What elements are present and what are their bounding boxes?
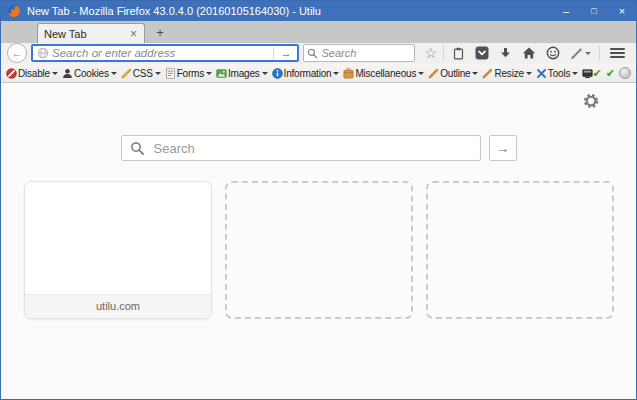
go-arrow-icon[interactable]: → bbox=[276, 47, 295, 59]
search-icon bbox=[130, 141, 145, 156]
tab-close-icon[interactable]: × bbox=[129, 28, 138, 40]
page-search-box[interactable] bbox=[121, 135, 481, 161]
empty-tile[interactable] bbox=[225, 181, 413, 319]
bookmarks-clipboard-icon[interactable] bbox=[447, 47, 470, 60]
divider bbox=[599, 46, 600, 60]
webdev-menu-css[interactable]: CSS bbox=[119, 68, 163, 79]
webdev-menu-cookies[interactable]: Cookies bbox=[60, 68, 119, 79]
download-icon[interactable] bbox=[494, 47, 517, 60]
information-icon bbox=[272, 68, 283, 79]
chevron-down-icon bbox=[262, 72, 268, 75]
tab-new-tab[interactable]: New Tab × bbox=[37, 23, 145, 43]
chevron-down-icon bbox=[333, 72, 339, 75]
page-search-input[interactable] bbox=[152, 140, 472, 157]
chevron-down-icon bbox=[572, 72, 578, 75]
menu-button[interactable] bbox=[603, 48, 632, 58]
back-button[interactable]: ← bbox=[7, 43, 27, 63]
images-icon bbox=[216, 68, 227, 79]
html-valid-check-icon[interactable]: ✔ bbox=[606, 68, 615, 79]
top-site-tile-utilu[interactable]: utilu.com bbox=[24, 181, 212, 319]
back-arrow-icon: ← bbox=[12, 48, 23, 59]
webdev-brush-icon[interactable] bbox=[565, 47, 596, 60]
hello-smiley-icon[interactable] bbox=[541, 46, 565, 60]
firefox-icon bbox=[7, 4, 21, 18]
webdev-menu-forms[interactable]: Forms bbox=[163, 68, 214, 79]
webdev-menu-items: Disable Cookies CSS bbox=[4, 68, 593, 79]
window-title: New Tab - Mozilla Firefox 43.0.4.0 (2016… bbox=[27, 5, 552, 17]
tab-label: New Tab bbox=[44, 28, 129, 40]
webdev-menu-miscellaneous[interactable]: Miscellaneous bbox=[341, 68, 426, 79]
chevron-down-icon bbox=[111, 72, 117, 75]
css-valid-check-icon[interactable]: ✔ bbox=[593, 68, 602, 79]
window-controls: – □ × bbox=[552, 1, 636, 21]
forms-icon bbox=[165, 68, 176, 79]
search-input[interactable] bbox=[321, 47, 411, 59]
tile-caption: utilu.com bbox=[25, 294, 211, 318]
browser-window: New Tab - Mozilla Firefox 43.0.4.0 (2016… bbox=[0, 0, 637, 400]
disable-icon bbox=[6, 68, 17, 79]
bookmark-star-icon[interactable]: ☆ bbox=[421, 46, 440, 60]
resize-icon bbox=[482, 68, 493, 79]
divider bbox=[443, 46, 444, 60]
webdev-status: ✔ ✔ bbox=[593, 67, 633, 79]
settings-gear-icon[interactable] bbox=[582, 92, 600, 110]
page-search-row: → bbox=[1, 135, 636, 161]
webdev-menu-view-source[interactable]: View Source bbox=[580, 68, 592, 79]
webdev-menu-information[interactable]: Information bbox=[270, 68, 342, 79]
home-icon[interactable] bbox=[517, 46, 541, 60]
search-icon bbox=[307, 48, 318, 59]
outline-icon bbox=[428, 68, 439, 79]
search-bar[interactable] bbox=[303, 44, 415, 62]
chevron-down-icon bbox=[585, 52, 591, 55]
tools-icon bbox=[536, 68, 547, 79]
minimize-button[interactable]: – bbox=[552, 1, 580, 21]
address-input[interactable] bbox=[52, 47, 271, 59]
webdev-menu-images[interactable]: Images bbox=[214, 68, 270, 79]
divider bbox=[273, 47, 274, 59]
address-bar[interactable]: → bbox=[31, 44, 299, 62]
tab-bar: New Tab × + bbox=[1, 21, 636, 43]
webdev-toolbar: Disable Cookies CSS bbox=[1, 64, 636, 83]
navigation-toolbar: ← → ☆ bbox=[1, 43, 636, 64]
webdev-menu-tools[interactable]: Tools bbox=[534, 68, 580, 79]
pocket-icon[interactable] bbox=[470, 46, 494, 60]
chevron-down-icon bbox=[472, 72, 478, 75]
empty-tile[interactable] bbox=[426, 181, 614, 319]
globe-icon bbox=[37, 47, 49, 59]
miscellaneous-icon bbox=[343, 68, 354, 79]
chevron-down-icon bbox=[52, 72, 58, 75]
chevron-down-icon bbox=[206, 72, 212, 75]
new-tab-page: → utilu.com bbox=[1, 83, 636, 399]
chevron-down-icon bbox=[155, 72, 161, 75]
close-button[interactable]: × bbox=[608, 1, 636, 21]
title-bar: New Tab - Mozilla Firefox 43.0.4.0 (2016… bbox=[1, 1, 636, 21]
css-icon bbox=[121, 68, 132, 79]
view-source-icon bbox=[582, 68, 592, 79]
chevron-down-icon bbox=[526, 72, 532, 75]
webdev-menu-resize[interactable]: Resize bbox=[480, 68, 533, 79]
go-arrow-icon: → bbox=[496, 141, 509, 156]
render-mode-indicator[interactable] bbox=[619, 67, 631, 79]
webdev-menu-disable[interactable]: Disable bbox=[4, 68, 60, 79]
top-sites-grid: utilu.com bbox=[1, 181, 636, 319]
chevron-down-icon bbox=[418, 72, 424, 75]
page-search-go-button[interactable]: → bbox=[489, 135, 517, 161]
webdev-menu-outline[interactable]: Outline bbox=[426, 68, 480, 79]
maximize-button[interactable]: □ bbox=[580, 1, 608, 21]
new-tab-button[interactable]: + bbox=[147, 25, 173, 42]
cookies-icon bbox=[62, 68, 73, 79]
